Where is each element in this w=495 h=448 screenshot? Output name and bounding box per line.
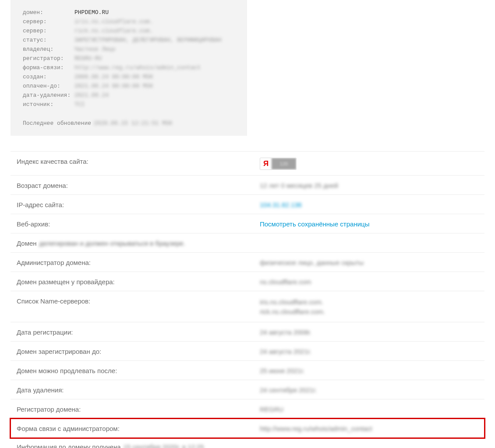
whois-row-label: оплачен-до:	[23, 81, 74, 91]
label-age: Возраст домена:	[17, 181, 260, 189]
whois-row: статус:ЗАРЕГИСТРИРОВАН, ДЕЛЕГИРОВАН, ВЕР…	[23, 35, 237, 45]
row-web-archive: Веб-архив: Посмотреть сохранённые страни…	[11, 214, 484, 233]
domain-info-table: Индекс качества сайта: Я 120 Возраст дом…	[11, 151, 484, 448]
whois-row-value: 2008.08.24 00:00:00 MSK	[74, 72, 153, 81]
row-registrar: Регистратор домена: REGRU	[11, 399, 484, 419]
domain-status-text: делегирован и должен открываться в брауз…	[39, 240, 185, 247]
whois-row: домен:PHPDEMO.RU	[23, 8, 237, 17]
label-admin: Администратор домена:	[17, 258, 260, 266]
value-provider: ns.cloudflare.com	[260, 277, 311, 286]
whois-row-value: ЗАРЕГИСТРИРОВАН, ДЕЛЕГИРОВАН, ВЕРИФИЦИРО…	[74, 35, 221, 45]
value-admin: физическое лицо, данные скрыты	[260, 258, 364, 266]
whois-row-value: rick.ns.cloudflare.com.	[74, 26, 153, 35]
label-provider: Домен размещен у провайдера:	[17, 277, 260, 286]
row-info-received: Информация по домену получена 15 сентябр…	[11, 438, 484, 448]
whois-row-value: PHPDEMO.RU	[74, 8, 109, 17]
value-ip[interactable]: 104.31.82.136	[260, 200, 302, 208]
row-reg-date: Дата регистрации: 24 августа 2008г.	[11, 322, 484, 342]
whois-row-value: Частное Лицо	[74, 45, 116, 54]
domain-status-lead: Домен	[17, 240, 37, 247]
whois-last-update: Последнее обновление 2020.09.15 12:21:51…	[23, 119, 237, 128]
row-delete-date: Дата удаления: 24 сентября 2021г.	[11, 380, 484, 399]
whois-row-label: домен:	[23, 8, 74, 17]
whois-row-value: TCI	[74, 100, 85, 109]
yandex-icon: Я	[260, 158, 272, 169]
label-quality: Индекс качества сайта:	[17, 157, 260, 165]
whois-row: сервер:iris.ns.cloudflare.com.	[23, 17, 237, 26]
whois-row: дата-удаления:2021.09.24	[23, 91, 237, 100]
value-quality: Я 120	[260, 157, 297, 170]
whois-row-label: сервер:	[23, 17, 74, 26]
label-domain-status: Домен делегирован и должен открываться в…	[17, 239, 260, 247]
label-archive: Веб-архив:	[17, 219, 260, 228]
whois-row-value: 2021.09.24	[74, 91, 109, 100]
link-archive[interactable]: Посмотреть сохранённые страницы	[260, 219, 369, 228]
whois-row-label: создан:	[23, 72, 74, 81]
whois-row: оплачен-до:2021.08.24 00:00:00 MSK	[23, 81, 237, 91]
value-reg-date: 24 августа 2008г.	[260, 328, 311, 336]
whois-row-label: источник:	[23, 100, 74, 109]
info-footer-value: 15 сентября 2020г. в 12:25	[124, 443, 204, 448]
row-domain-status: Домен делегирован и должен открываться в…	[11, 233, 484, 253]
value-contact-form[interactable]: http://www.reg.ru/whois/admin_contact	[260, 424, 372, 432]
row-ip-address: IP-адрес сайта: 104.31.82.136	[11, 195, 484, 214]
row-provider: Домен размещен у провайдера: ns.cloudfla…	[11, 272, 484, 291]
label-renew: Домен можно продлевать после:	[17, 366, 260, 374]
whois-row-label: сервер:	[23, 26, 74, 35]
row-nameservers: Список Name-серверов: iris.ns.cloudflare…	[11, 291, 484, 322]
value-age: 12 лет 0 месяцев 25 дней	[260, 181, 338, 189]
label-registrar: Регистратор домена:	[17, 405, 260, 413]
value-registrar: REGRU	[260, 405, 283, 413]
info-footer-lead: Информация по домену получена	[17, 443, 121, 448]
value-reg-until: 24 августа 2021г.	[260, 347, 311, 355]
whois-row: создан:2008.08.24 00:00:00 MSK	[23, 72, 237, 81]
whois-row-value: iris.ns.cloudflare.com.	[74, 17, 153, 26]
whois-rows: домен:PHPDEMO.RUсервер:iris.ns.cloudflar…	[23, 8, 237, 109]
ns-line-1: iris.ns.cloudflare.com.	[260, 297, 325, 307]
label-reg-until: Домен зарегистрирован до:	[17, 347, 260, 355]
row-renew-after: Домен можно продлевать после: 25 июня 20…	[11, 361, 484, 380]
whois-row-label: владелец:	[23, 45, 74, 54]
whois-row: регистратор:REGRU-RU	[23, 54, 237, 63]
whois-row-value: REGRU-RU	[74, 54, 102, 63]
label-reg-date: Дата регистрации:	[17, 328, 260, 336]
whois-row-label: регистратор:	[23, 54, 74, 63]
yandex-badge: Я 120	[260, 158, 297, 170]
whois-row: сервер:rick.ns.cloudflare.com.	[23, 26, 237, 35]
whois-row-value: 2021.08.24 00:00:00 MSK	[74, 81, 153, 91]
label-contact-form: Форма связи с администратором:	[17, 424, 260, 432]
label-ip: IP-адрес сайта:	[17, 200, 260, 208]
row-reg-until: Домен зарегистрирован до: 24 августа 202…	[11, 342, 484, 361]
whois-row-label: дата-удаления:	[23, 91, 74, 100]
value-renew: 25 июня 2021г.	[260, 366, 304, 374]
label-delete: Дата удаления:	[17, 385, 260, 394]
whois-row: источник:TCI	[23, 100, 237, 109]
value-ns: iris.ns.cloudflare.com. rick.ns.cloudfla…	[260, 296, 325, 317]
ns-line-2: rick.ns.cloudflare.com.	[260, 307, 325, 317]
whois-row: владелец:Частное Лицо	[23, 45, 237, 54]
row-admin: Администратор домена: физическое лицо, д…	[11, 253, 484, 272]
whois-footer-label: Последнее обновление	[23, 119, 91, 128]
whois-row-label: статус:	[23, 35, 74, 45]
whois-row: форма-связи:http://www.reg.ru/whois/admi…	[23, 63, 237, 72]
whois-footer-value: 2020.09.15 12:21:51 MSK	[94, 119, 172, 128]
value-delete: 24 сентября 2021г.	[260, 385, 317, 394]
label-ns: Список Name-серверов:	[17, 296, 260, 305]
row-domain-age: Возраст домена: 12 лет 0 месяцев 25 дней	[11, 176, 484, 195]
row-quality-index: Индекс качества сайта: Я 120	[11, 151, 484, 176]
whois-row-label: форма-связи:	[23, 63, 74, 72]
whois-block: домен:PHPDEMO.RUсервер:iris.ns.cloudflar…	[11, 0, 247, 136]
row-admin-contact-form: Форма связи с администратором: http://ww…	[11, 419, 484, 438]
yandex-badge-value: 120	[272, 158, 296, 169]
whois-row-value: http://www.reg.ru/whois/admin_contact	[74, 63, 201, 72]
